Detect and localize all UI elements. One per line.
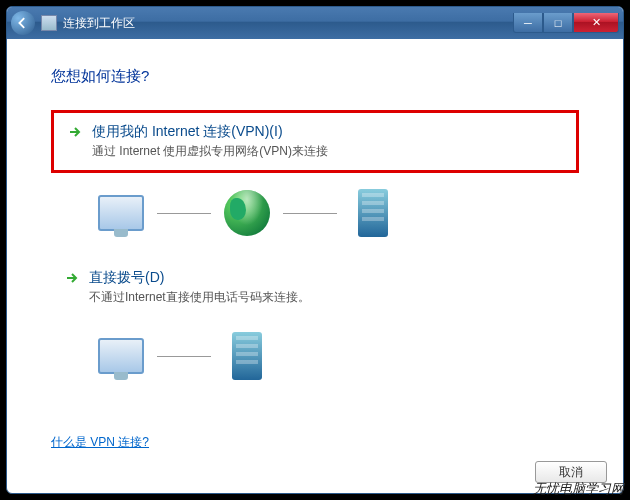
connection-line-icon: [157, 356, 211, 357]
back-arrow-icon: [17, 17, 29, 29]
watermark-text: 无忧电脑学习网: [533, 480, 624, 498]
option-header: 直接拨号(D): [65, 269, 565, 287]
window-title: 连接到工作区: [63, 15, 513, 32]
arrow-right-icon: [68, 125, 82, 139]
connection-line-icon: [157, 213, 211, 214]
option-dialup[interactable]: 直接拨号(D) 不通过Internet直接使用电话号码来连接。: [51, 259, 579, 316]
option-vpn-desc: 通过 Internet 使用虚拟专用网络(VPN)来连接: [92, 143, 562, 160]
globe-icon: [217, 187, 277, 239]
connection-line-icon: [283, 213, 337, 214]
close-button[interactable]: ✕: [573, 13, 619, 33]
vpn-graphic: [91, 187, 579, 239]
window-controls: ─ □ ✕: [513, 13, 619, 33]
arrow-right-icon: [65, 271, 79, 285]
option-dialup-desc: 不通过Internet直接使用电话号码来连接。: [89, 289, 565, 306]
computer-icon: [91, 330, 151, 382]
page-heading: 您想如何连接?: [51, 67, 579, 86]
computer-icon: [91, 187, 151, 239]
option-vpn[interactable]: 使用我的 Internet 连接(VPN)(I) 通过 Internet 使用虚…: [51, 110, 579, 173]
help-link-vpn[interactable]: 什么是 VPN 连接?: [51, 434, 149, 451]
app-icon: [41, 15, 57, 31]
minimize-button[interactable]: ─: [513, 13, 543, 33]
maximize-button[interactable]: □: [543, 13, 573, 33]
option-vpn-title: 使用我的 Internet 连接(VPN)(I): [92, 123, 283, 141]
server-icon: [217, 330, 277, 382]
option-dialup-title: 直接拨号(D): [89, 269, 164, 287]
dialog-window: 连接到工作区 ─ □ ✕ 您想如何连接? 使用我的 Internet 连接(VP…: [6, 6, 624, 494]
server-icon: [343, 187, 403, 239]
content-area: 您想如何连接? 使用我的 Internet 连接(VPN)(I) 通过 Inte…: [7, 39, 623, 493]
dialup-graphic: [91, 330, 579, 382]
titlebar: 连接到工作区 ─ □ ✕: [7, 7, 623, 39]
back-button[interactable]: [11, 11, 35, 35]
option-header: 使用我的 Internet 连接(VPN)(I): [68, 123, 562, 141]
